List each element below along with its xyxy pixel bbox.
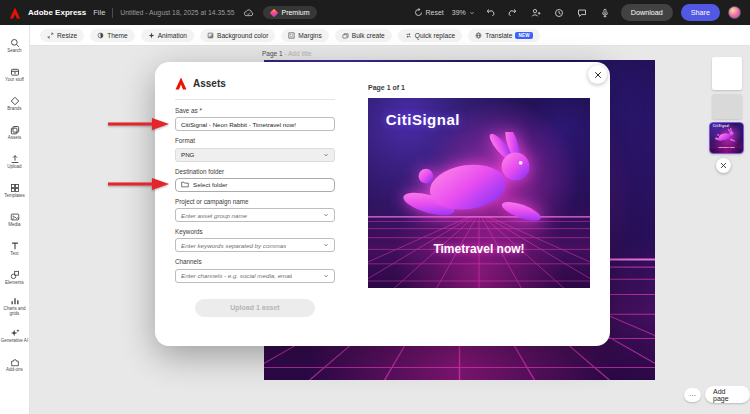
select-folder-label: Select folder [193, 181, 227, 188]
add-ons-icon [10, 357, 20, 367]
document-title[interactable]: Untitled - August 18, 2025 at 14.35.55 [120, 9, 234, 16]
panel-close-button[interactable] [716, 158, 731, 173]
premium-button[interactable]: Premium [263, 6, 317, 19]
background-color-label: Background color [217, 32, 268, 39]
theme-label: Theme [107, 32, 128, 39]
document-toolbar: Resize Theme Animation Background color … [30, 25, 750, 46]
artwork-brand-text: CitiSignal [386, 111, 460, 128]
sidebar-label: Upload [6, 165, 22, 170]
sidebar-label: Text [9, 252, 19, 257]
assets-dialog: Assets Save as * Format PNG Destination … [155, 62, 610, 346]
sidebar-item-media[interactable]: Media [0, 205, 30, 234]
page-thumbnail-placeholder-1[interactable] [712, 57, 742, 90]
artwork-brand-text: CitiSignal [713, 125, 730, 128]
cloud-sync-icon[interactable] [241, 5, 256, 20]
history-button[interactable] [552, 5, 567, 20]
topbar-right: Reset 39% Download [414, 4, 741, 21]
keywords-label: Keywords [175, 229, 335, 235]
sidebar-item-elements[interactable]: Elements [0, 263, 30, 292]
header-divider [175, 99, 335, 100]
quick-replace-button[interactable]: Quick replace [398, 29, 462, 42]
theme-button[interactable]: Theme [90, 29, 135, 42]
sidebar-item-generative-ai[interactable]: Generative AI [0, 321, 30, 350]
sidebar-item-text[interactable]: Text [0, 234, 30, 263]
download-button[interactable]: Download [621, 4, 673, 21]
margins-button[interactable]: Margins [281, 29, 328, 42]
add-title-label[interactable]: - Add title [284, 50, 311, 57]
top-bar: Adobe Express File Untitled - August 18,… [0, 0, 750, 25]
dialog-close-button[interactable] [588, 65, 607, 84]
format-select[interactable]: PNG [175, 148, 335, 162]
project-name-select[interactable]: Enter asset group name [175, 208, 335, 222]
invite-collaborator-button[interactable] [529, 5, 544, 20]
neon-rabbit-illustration [713, 128, 739, 145]
sidebar-label: Add-ons [5, 368, 24, 373]
generative-ai-icon [10, 328, 20, 338]
new-badge: NEW [515, 32, 532, 39]
media-icon [10, 212, 20, 222]
charts-icon [10, 296, 20, 306]
keywords-select[interactable]: Enter keywords separated by commas [175, 238, 335, 252]
page-thumbnail-placeholder-2[interactable] [712, 94, 742, 119]
add-page-button[interactable]: Add page [705, 386, 750, 403]
comment-button[interactable] [575, 5, 590, 20]
premium-label: Premium [281, 9, 309, 16]
page-thumbnail-current[interactable]: CitiSignal Timetravel now! [710, 123, 743, 153]
format-value: PNG [181, 151, 194, 158]
sidebar-item-templates[interactable]: Templates [0, 176, 30, 205]
topbar-left: Adobe Express File Untitled - August 18,… [9, 5, 317, 20]
more-options-button[interactable]: ··· [684, 388, 701, 402]
reset-button[interactable]: Reset [414, 8, 444, 17]
assistant-mic-button[interactable] [598, 5, 613, 20]
sidebar-label: Generative AI [0, 339, 29, 344]
elements-icon [10, 270, 20, 280]
artwork-tagline-text: Timetravel now! [368, 242, 590, 256]
sidebar-item-assets[interactable]: Assets [0, 118, 30, 147]
channels-select[interactable]: Enter channels - e.g. social media, emai… [175, 269, 335, 283]
neon-rabbit-illustration [390, 132, 568, 242]
animation-icon [148, 32, 155, 39]
close-icon [720, 162, 727, 169]
save-as-input[interactable] [175, 117, 335, 131]
project-name-placeholder: Enter asset group name [181, 212, 247, 219]
sidebar-label: Brands [6, 107, 22, 112]
sidebar-label: Media [7, 223, 21, 228]
file-menu[interactable]: File [93, 8, 105, 17]
chevron-down-icon [323, 273, 329, 279]
sidebar-item-search[interactable]: Search [0, 31, 30, 60]
sidebar-item-add-ons[interactable]: Add-ons [0, 350, 30, 379]
sidebar-label: Assets [7, 136, 23, 141]
sidebar-label: Search [6, 49, 22, 54]
undo-button[interactable] [483, 5, 498, 20]
upload-asset-button[interactable]: Upload 1 asset [195, 299, 315, 317]
red-arrow-destination-folder [106, 177, 170, 191]
more-dots: ··· [689, 392, 696, 399]
user-avatar[interactable] [728, 6, 741, 19]
redo-button[interactable] [506, 5, 521, 20]
sidebar-item-brands[interactable]: Brands [0, 89, 30, 118]
adobe-logo-icon [9, 7, 21, 19]
zoom-control[interactable]: 39% [452, 9, 475, 16]
asset-upload-form: Save as * Format PNG Destination folder … [175, 108, 335, 317]
share-button[interactable]: Share [681, 4, 720, 21]
preview-page-caption: Page 1 of 1 [368, 84, 405, 91]
sidebar-item-charts-and-grids[interactable]: Charts and grids [0, 292, 30, 321]
left-navigation: Search Your stuff Brands Assets Upload T… [0, 25, 30, 414]
translate-label: Translate [485, 32, 512, 39]
adobe-express-app: Adobe Express File Untitled - August 18,… [0, 0, 750, 414]
reset-icon [414, 8, 423, 17]
app-name: Adobe Express [28, 8, 86, 17]
folder-icon [181, 181, 189, 188]
select-folder-button[interactable]: Select folder [175, 178, 335, 192]
resize-button[interactable]: Resize [40, 29, 84, 42]
templates-icon [10, 183, 20, 193]
sidebar-item-upload[interactable]: Upload [0, 147, 30, 176]
bulk-create-label: Bulk create [352, 32, 385, 39]
zoom-level: 39% [452, 9, 466, 16]
background-color-button[interactable]: Background color [200, 29, 275, 42]
translate-button[interactable]: Translate NEW [468, 29, 540, 42]
bulk-create-button[interactable]: Bulk create [335, 29, 392, 42]
artwork-tagline-text: Timetravel now! [710, 146, 743, 148]
sidebar-item-your-stuff[interactable]: Your stuff [0, 60, 30, 89]
animation-button[interactable]: Animation [141, 29, 194, 42]
